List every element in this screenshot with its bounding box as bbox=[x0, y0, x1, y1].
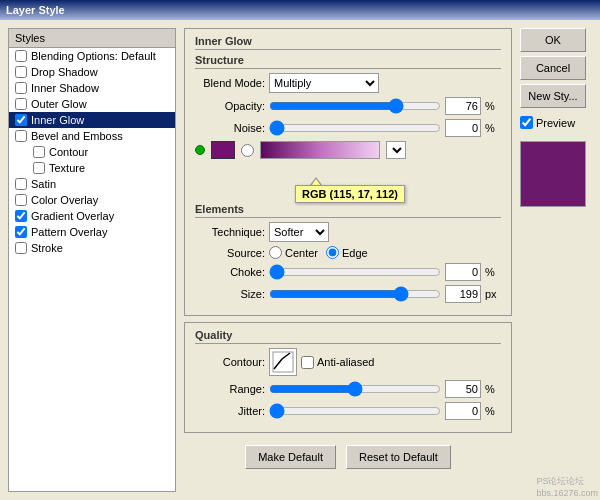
size-row: Size: px bbox=[195, 285, 501, 303]
source-edge-radio[interactable] bbox=[326, 246, 339, 259]
pattern-overlay-checkbox[interactable] bbox=[15, 226, 27, 238]
source-row: Source: Center Edge bbox=[195, 246, 501, 259]
inner-glow-title: Inner Glow bbox=[195, 35, 501, 50]
contour-icon bbox=[272, 351, 294, 373]
choke-slider[interactable] bbox=[269, 266, 441, 278]
contour-label: Contour bbox=[49, 146, 88, 158]
opacity-unit: % bbox=[485, 100, 501, 112]
jitter-slider[interactable] bbox=[269, 405, 441, 417]
jitter-row: Jitter: % bbox=[195, 402, 501, 420]
range-label: Range: bbox=[195, 383, 265, 395]
ok-button[interactable]: OK bbox=[520, 28, 586, 52]
noise-row: Noise: % bbox=[195, 119, 501, 137]
opacity-input[interactable] bbox=[445, 97, 481, 115]
size-slider[interactable] bbox=[269, 288, 441, 300]
noise-slider[interactable] bbox=[269, 122, 441, 134]
blend-mode-label: Blend Mode: bbox=[195, 77, 265, 89]
reset-to-default-button[interactable]: Reset to Default bbox=[346, 445, 451, 469]
inner-shadow-item[interactable]: Inner Shadow bbox=[9, 80, 175, 96]
opacity-slider[interactable] bbox=[269, 100, 441, 112]
drop-shadow-item[interactable]: Drop Shadow bbox=[9, 64, 175, 80]
source-edge-item[interactable]: Edge bbox=[326, 246, 368, 259]
stroke-item[interactable]: Stroke bbox=[9, 240, 175, 256]
color-row: ▼ RGB (115, 17, 112) bbox=[195, 141, 501, 159]
stroke-checkbox[interactable] bbox=[15, 242, 27, 254]
blending-options-item[interactable]: Blending Options: Default bbox=[9, 48, 175, 64]
gradient-overlay-item[interactable]: Gradient Overlay bbox=[9, 208, 175, 224]
source-label: Source: bbox=[195, 247, 265, 259]
cancel-button[interactable]: Cancel bbox=[520, 56, 586, 80]
satin-checkbox[interactable] bbox=[15, 178, 27, 190]
bevel-emboss-item[interactable]: Bevel and Emboss bbox=[9, 128, 175, 144]
noise-input[interactable] bbox=[445, 119, 481, 137]
left-panel: Styles Blending Options: Default Drop Sh… bbox=[8, 28, 176, 492]
inner-glow-checkbox[interactable] bbox=[15, 114, 27, 126]
drop-shadow-checkbox[interactable] bbox=[15, 66, 27, 78]
contour-selector[interactable] bbox=[269, 348, 297, 376]
watermark: PS论坛论坛bbs.16276.com bbox=[536, 475, 598, 498]
gradient-dropdown[interactable]: ▼ bbox=[386, 141, 406, 159]
structure-title: Structure bbox=[195, 54, 501, 69]
texture-label: Texture bbox=[49, 162, 85, 174]
satin-item[interactable]: Satin bbox=[9, 176, 175, 192]
range-input[interactable] bbox=[445, 380, 481, 398]
texture-checkbox[interactable] bbox=[33, 162, 45, 174]
contour-row: Contour: Anti-aliased bbox=[195, 348, 501, 376]
outer-glow-checkbox[interactable] bbox=[15, 98, 27, 110]
texture-item[interactable]: Texture bbox=[9, 160, 175, 176]
contour-item[interactable]: Contour bbox=[9, 144, 175, 160]
technique-select[interactable]: Softer Precise bbox=[269, 222, 329, 242]
gradient-bar[interactable] bbox=[260, 141, 380, 159]
anti-aliased-label: Anti-aliased bbox=[317, 356, 374, 368]
outer-glow-item[interactable]: Outer Glow bbox=[9, 96, 175, 112]
solid-color-indicator bbox=[195, 145, 205, 155]
inner-shadow-checkbox[interactable] bbox=[15, 82, 27, 94]
choke-input[interactable] bbox=[445, 263, 481, 281]
color-swatch[interactable] bbox=[211, 141, 235, 159]
blending-options-checkbox[interactable] bbox=[15, 50, 27, 62]
jitter-input[interactable] bbox=[445, 402, 481, 420]
outer-glow-label: Outer Glow bbox=[31, 98, 87, 110]
source-center-radio[interactable] bbox=[269, 246, 282, 259]
preview-box bbox=[520, 141, 586, 207]
pattern-overlay-item[interactable]: Pattern Overlay bbox=[9, 224, 175, 240]
inner-glow-label: Inner Glow bbox=[31, 114, 84, 126]
bevel-emboss-checkbox[interactable] bbox=[15, 130, 27, 142]
inner-shadow-label: Inner Shadow bbox=[31, 82, 99, 94]
technique-label: Technique: bbox=[195, 226, 265, 238]
size-label: Size: bbox=[195, 288, 265, 300]
range-slider[interactable] bbox=[269, 383, 441, 395]
preview-item[interactable]: Preview bbox=[520, 116, 592, 129]
size-input[interactable] bbox=[445, 285, 481, 303]
opacity-label: Opacity: bbox=[195, 100, 265, 112]
opacity-row: Opacity: % bbox=[195, 97, 501, 115]
gradient-overlay-checkbox[interactable] bbox=[15, 210, 27, 222]
dialog-title: Layer Style bbox=[6, 4, 65, 16]
svg-rect-0 bbox=[273, 352, 293, 372]
blend-mode-row: Blend Mode: Multiply bbox=[195, 73, 501, 93]
anti-aliased-checkbox[interactable] bbox=[301, 356, 314, 369]
styles-header: Styles bbox=[9, 29, 175, 48]
gradient-radio[interactable] bbox=[241, 144, 254, 157]
choke-label: Choke: bbox=[195, 266, 265, 278]
technique-row: Technique: Softer Precise bbox=[195, 222, 501, 242]
quality-title: Quality bbox=[195, 329, 501, 344]
blending-options-label: Blending Options: Default bbox=[31, 50, 156, 62]
preview-checkbox[interactable] bbox=[520, 116, 533, 129]
source-center-item[interactable]: Center bbox=[269, 246, 318, 259]
color-overlay-item[interactable]: Color Overlay bbox=[9, 192, 175, 208]
right-panel: OK Cancel New Sty... Preview bbox=[520, 28, 592, 492]
source-center-label: Center bbox=[285, 247, 318, 259]
inner-glow-item[interactable]: Inner Glow bbox=[9, 112, 175, 128]
make-default-button[interactable]: Make Default bbox=[245, 445, 336, 469]
new-style-button[interactable]: New Sty... bbox=[520, 84, 586, 108]
size-unit: px bbox=[485, 288, 501, 300]
choke-unit: % bbox=[485, 266, 501, 278]
choke-row: Choke: % bbox=[195, 263, 501, 281]
contour-checkbox[interactable] bbox=[33, 146, 45, 158]
source-edge-label: Edge bbox=[342, 247, 368, 259]
inner-glow-section: Inner Glow Structure Blend Mode: Multipl… bbox=[184, 28, 512, 316]
color-overlay-checkbox[interactable] bbox=[15, 194, 27, 206]
anti-aliased-item[interactable]: Anti-aliased bbox=[301, 356, 374, 369]
blend-mode-select[interactable]: Multiply bbox=[269, 73, 379, 93]
